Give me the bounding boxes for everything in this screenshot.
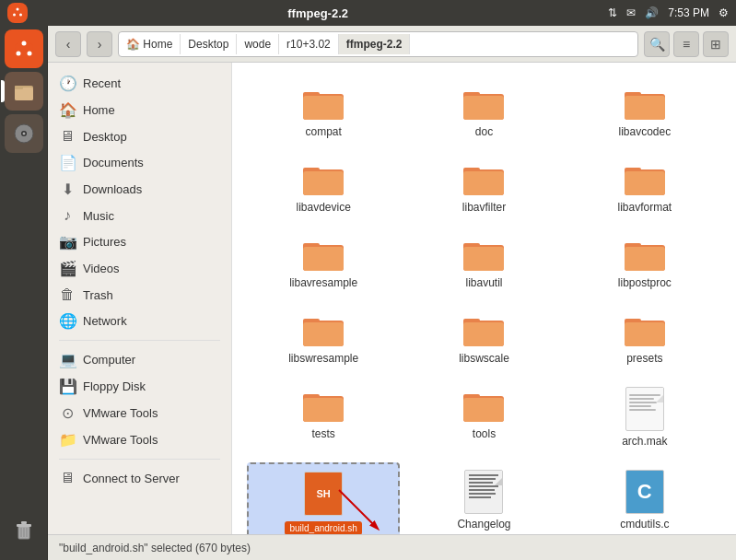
search-button[interactable]: 🔍: [644, 31, 670, 57]
file-grid-container[interactable]: compat doc: [232, 63, 736, 534]
file-item-libavformat[interactable]: libavformat: [568, 153, 721, 221]
sidebar-item-network[interactable]: 🌐 Network: [48, 308, 231, 334]
sidebar-label-trash: Trash: [83, 288, 113, 302]
sidebar-label-vmware1: VMware Tools: [83, 406, 158, 420]
folder-icon-doc: [461, 85, 506, 122]
volume-icon[interactable]: 🔊: [645, 6, 659, 19]
file-manager: ‹ › 🏠 Home Desktop wode r10+3.02 ffmpeg-…: [48, 26, 736, 560]
sidebar-item-recent[interactable]: 🕐 Recent: [48, 70, 231, 97]
sidebar-item-floppy[interactable]: 💾 Floppy Disk: [48, 373, 231, 400]
sidebar-item-connect[interactable]: 🖥 Connect to Server: [48, 465, 231, 491]
file-label-libavdevice: libavdevice: [296, 201, 350, 214]
file-item-libpostproc[interactable]: libpostproc: [568, 228, 721, 297]
dock-ubuntu-button[interactable]: [5, 29, 43, 68]
breadcrumb-r10[interactable]: r10+3.02: [279, 34, 339, 54]
titlebar-right: ⇅ ✉ 🔊 7:53 PM ⚙: [608, 6, 729, 19]
sidebar-item-vmware2[interactable]: 📁 VMware Tools: [48, 426, 231, 453]
connect-icon: 🖥: [59, 470, 76, 486]
file-item-libavdevice[interactable]: libavdevice: [247, 153, 400, 221]
titlebar: ffmpeg-2.2 ⇅ ✉ 🔊 7:53 PM ⚙: [0, 0, 736, 26]
sort-icon[interactable]: ⇅: [608, 6, 617, 19]
file-item-presets[interactable]: presets: [568, 304, 721, 372]
dock-trash-button[interactable]: [5, 510, 43, 549]
sh-file-icon: SH: [304, 472, 343, 516]
file-item-build-android[interactable]: SH bu: [247, 462, 400, 534]
file-item-libswscale[interactable]: libswscale: [407, 304, 560, 372]
svg-rect-22: [303, 96, 344, 120]
svg-point-3: [19, 14, 22, 17]
svg-point-7: [27, 52, 31, 56]
file-item-doc[interactable]: doc: [407, 77, 560, 146]
sidebar-item-computer[interactable]: 💻 Computer: [48, 346, 231, 373]
sidebar-item-trash[interactable]: 🗑 Trash: [48, 282, 231, 308]
grid-view-button[interactable]: ⊞: [703, 31, 729, 57]
sidebar-item-videos[interactable]: 🎬 Videos: [48, 255, 231, 282]
mail-icon[interactable]: ✉: [626, 6, 636, 19]
breadcrumb-wode[interactable]: wode: [237, 34, 279, 54]
sidebar-item-pictures[interactable]: 📷 Pictures: [48, 228, 231, 255]
toolbar: ‹ › 🏠 Home Desktop wode r10+3.02 ffmpeg-…: [48, 26, 736, 63]
file-label-changelog: Changelog: [457, 518, 510, 531]
svg-rect-16: [21, 521, 27, 524]
statusbar: "build_android.sh" selected (670 bytes): [48, 534, 736, 560]
file-item-cmdutils-c[interactable]: C cmdutils.c: [568, 462, 721, 534]
dock-files-button[interactable]: [5, 72, 43, 111]
sh-icon-text: SH: [317, 488, 331, 499]
documents-icon: 📄: [59, 154, 76, 171]
file-item-changelog[interactable]: Changelog: [407, 462, 560, 534]
file-label-libpostproc: libpostproc: [618, 276, 672, 289]
svg-rect-15: [17, 524, 31, 527]
sidebar-item-music[interactable]: ♪ Music: [48, 203, 231, 228]
vmware2-icon: 📁: [59, 431, 76, 449]
file-label-libavutil: libavutil: [465, 276, 502, 289]
content-area: 🕐 Recent 🏠 Home 🖥 Desktop 📄 Documents ⬇: [48, 63, 736, 534]
list-view-button[interactable]: ≡: [673, 31, 699, 57]
file-label-tools: tools: [473, 427, 496, 440]
folder-icon-libavutil: [461, 236, 506, 273]
file-item-libavresample[interactable]: libavresample: [247, 228, 400, 297]
sidebar-label-network: Network: [83, 314, 127, 328]
folder-icon-libswresample: [301, 311, 345, 348]
svg-rect-58: [303, 398, 344, 422]
music-icon: ♪: [59, 207, 76, 224]
svg-rect-49: [303, 322, 344, 346]
file-item-libavcodec[interactable]: libavcodec: [568, 77, 721, 146]
file-item-compat[interactable]: compat: [247, 77, 400, 146]
sidebar-label-recent: Recent: [83, 76, 121, 90]
network-icon: 🌐: [59, 312, 76, 330]
file-item-libswresample[interactable]: libswresample: [247, 304, 400, 372]
file-item-arch-mak[interactable]: arch.mak: [568, 379, 721, 455]
breadcrumb-home[interactable]: 🏠 Home: [119, 34, 181, 54]
folder-icon-presets: [623, 311, 667, 348]
file-item-tools[interactable]: tools: [407, 379, 560, 455]
breadcrumb-ffmpeg[interactable]: ffmpeg-2.2: [339, 34, 411, 54]
back-button[interactable]: ‹: [55, 31, 81, 57]
sidebar-item-home[interactable]: 🏠 Home: [48, 97, 231, 123]
sidebar-item-documents[interactable]: 📄 Documents: [48, 149, 231, 176]
svg-rect-61: [463, 398, 504, 422]
window-title: ffmpeg-2.2: [28, 6, 608, 20]
svg-rect-55: [625, 322, 665, 346]
sidebar-item-vmware1[interactable]: ⊙ VMware Tools: [48, 400, 231, 426]
file-label-libavresample: libavresample: [289, 276, 357, 289]
svg-rect-28: [625, 96, 665, 120]
forward-button[interactable]: ›: [87, 31, 112, 57]
svg-point-1: [17, 8, 19, 11]
svg-point-2: [13, 14, 16, 17]
sidebar-item-desktop[interactable]: 🖥 Desktop: [48, 123, 231, 149]
file-label-libavformat: libavformat: [617, 201, 672, 214]
folder-icon-tools: [461, 387, 506, 424]
dock-dvd-button[interactable]: [5, 114, 43, 153]
file-label-cmdutils-c: cmdutils.c: [620, 518, 669, 531]
file-label-libavcodec: libavcodec: [618, 125, 671, 138]
settings-icon[interactable]: ⚙: [718, 6, 729, 19]
computer-icon: 💻: [59, 351, 76, 368]
breadcrumb-desktop[interactable]: Desktop: [181, 34, 237, 54]
sidebar-item-downloads[interactable]: ⬇ Downloads: [48, 176, 231, 203]
file-item-tests[interactable]: tests: [247, 379, 400, 455]
file-item-libavfilter[interactable]: libavfilter: [407, 153, 560, 221]
folder-icon-libavcodec: [623, 85, 667, 122]
sidebar-label-pictures: Pictures: [83, 235, 126, 249]
file-item-libavutil[interactable]: libavutil: [407, 228, 560, 297]
floppy-icon: 💾: [59, 378, 76, 395]
